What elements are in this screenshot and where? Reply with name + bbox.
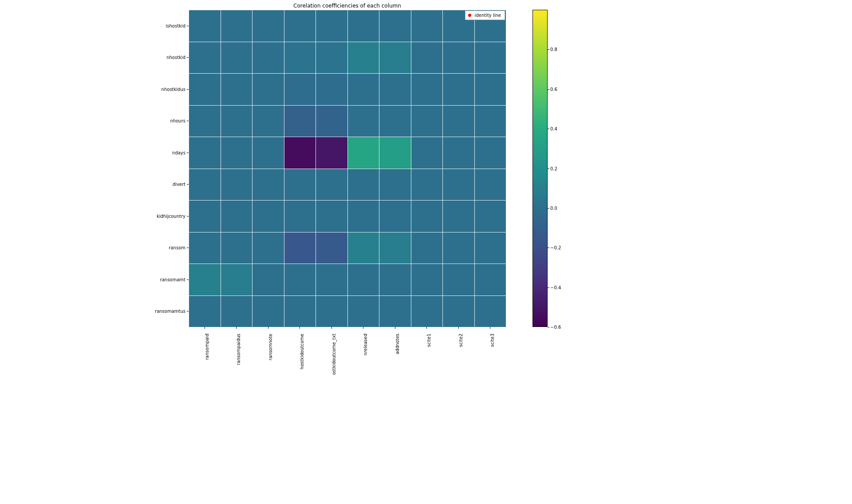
- heatmap-cell: [189, 264, 221, 295]
- figure: Corelation coefficiencies of each column…: [0, 0, 852, 504]
- y-tick-label: kidhijcountry: [157, 213, 185, 218]
- heatmap-cell: [316, 137, 347, 169]
- heatmap-cell: [347, 169, 379, 201]
- colorbar-tick-label: −0.2: [550, 245, 561, 250]
- heatmap-cell: [347, 105, 379, 137]
- colorbar-tick-label: 0.2: [550, 166, 557, 171]
- heatmap-cell: [411, 10, 443, 42]
- y-tick-label: nhostkid: [166, 55, 185, 60]
- legend-marker-icon: [468, 14, 471, 17]
- heatmap-cell: [252, 200, 284, 232]
- heatmap-cell: [442, 200, 474, 232]
- heatmap-cell: [284, 169, 316, 201]
- heatmap-cell: [442, 169, 474, 201]
- heatmap-cell: [347, 137, 379, 169]
- heatmap-cell: [347, 73, 379, 105]
- heatmap-cell: [189, 10, 221, 42]
- heatmap-cell: [411, 295, 443, 327]
- x-tick-label: hostkidoutcome: [300, 334, 304, 369]
- y-tick-label: ransomamtus: [155, 309, 185, 314]
- heatmap-cell: [379, 200, 411, 232]
- heatmap-cell: [411, 169, 443, 201]
- heatmap-cell: [189, 169, 221, 201]
- y-tick-label: ndays: [172, 150, 185, 155]
- heatmap-cell: [347, 200, 379, 232]
- heatmap-cell: [379, 264, 411, 295]
- heatmap-cell: [379, 169, 411, 201]
- heatmap-cell: [347, 42, 379, 74]
- heatmap-cell: [221, 169, 252, 201]
- heatmap-cell: [189, 73, 221, 105]
- heatmap-cell: [316, 232, 347, 264]
- y-tick-label: nhours: [170, 118, 185, 123]
- heatmap-cell: [284, 137, 316, 169]
- heatmap-cell: [316, 105, 347, 137]
- heatmap-cell: [347, 10, 379, 42]
- heatmap-cell: [474, 73, 506, 105]
- legend-label: identity line: [475, 13, 501, 18]
- heatmap-cell: [442, 295, 474, 327]
- x-tick-label: nreleased: [363, 334, 368, 355]
- heatmap-cell: [252, 295, 284, 327]
- colorbar-tick-label: −0.6: [550, 325, 561, 330]
- heatmap-cell: [221, 42, 252, 74]
- heatmap-cell: [284, 73, 316, 105]
- colorbar-tick-label: 0.8: [550, 47, 557, 52]
- x-tick-label: ransomnote: [268, 334, 273, 360]
- y-tick-label: ransomamt: [160, 277, 185, 282]
- heatmap-cell: [316, 73, 347, 105]
- heatmap-cell: [379, 232, 411, 264]
- heatmap-cell: [189, 137, 221, 169]
- heatmap-cell: [221, 232, 252, 264]
- y-tick-label: nhostkidus: [162, 87, 185, 91]
- heatmap-cell: [316, 42, 347, 74]
- heatmap-cell: [379, 137, 411, 169]
- heatmap-cell: [347, 232, 379, 264]
- heatmap-cell: [189, 105, 221, 137]
- heatmap-cell: [284, 264, 316, 295]
- heatmap-cell: [474, 200, 506, 232]
- heatmap-cell: [474, 264, 506, 295]
- x-tick-label: scite3: [490, 334, 495, 347]
- colorbar-tick-label: 0.0: [550, 205, 557, 210]
- colorbar-tick-labels: −0.6−0.4−0.20.00.20.40.60.8: [550, 10, 577, 327]
- heatmap-cell: [252, 42, 284, 74]
- heatmap-cell: [347, 264, 379, 295]
- heatmap-cell: [284, 42, 316, 74]
- heatmap-cell: [442, 73, 474, 105]
- heatmap-cell: [252, 73, 284, 105]
- heatmap-cell: [379, 73, 411, 105]
- heatmap-cell: [474, 137, 506, 169]
- y-tick-label: ishostkid: [166, 23, 186, 28]
- heatmap-cell: [474, 169, 506, 201]
- heatmap-cell: [474, 105, 506, 137]
- y-axis-labels: ishostkidnhostkidnhostkidusnhoursndaysdi…: [0, 10, 185, 327]
- heatmap-cell: [221, 295, 252, 327]
- heatmap-cell: [189, 200, 221, 232]
- heatmap-cell: [221, 264, 252, 295]
- heatmap-cell: [189, 295, 221, 327]
- heatmap-cell: [316, 169, 347, 201]
- y-tick-label: divert: [173, 182, 185, 187]
- heatmap-cell: [379, 10, 411, 42]
- heatmap-cell: [316, 200, 347, 232]
- heatmap-cell: [284, 295, 316, 327]
- heatmap-cell: [284, 105, 316, 137]
- heatmap-cell: [411, 73, 443, 105]
- heatmap-cell: [316, 295, 347, 327]
- heatmap-cell: [411, 200, 443, 232]
- heatmap-cell: [379, 105, 411, 137]
- heatmap-cell: [316, 10, 347, 42]
- heatmap-cell: [442, 42, 474, 74]
- colorbar-tick-label: 0.6: [550, 87, 557, 91]
- heatmap-cell: [252, 232, 284, 264]
- colorbar-tick-label: −0.4: [550, 285, 561, 290]
- heatmap-cell: [474, 42, 506, 74]
- x-axis-labels: ransompaidransompaidusransomnotehostkido…: [189, 330, 506, 383]
- heatmap-cell: [189, 42, 221, 74]
- heatmap-cell: [379, 42, 411, 74]
- x-tick-label: ransompaid: [205, 334, 209, 360]
- heatmap-axes: identity line: [189, 10, 506, 327]
- x-tick-label: scite1: [426, 334, 431, 347]
- heatmap-cell: [284, 232, 316, 264]
